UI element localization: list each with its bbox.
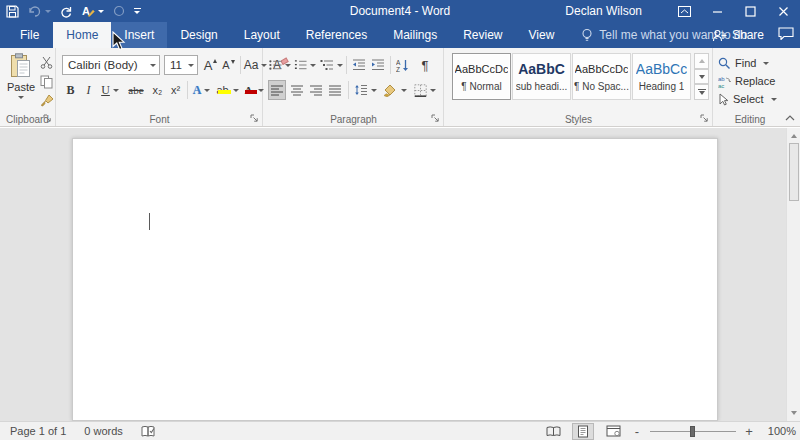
multilevel-list-button[interactable] (318, 55, 344, 75)
find-button[interactable]: Find (718, 55, 769, 71)
bullets-button[interactable] (268, 55, 292, 75)
text-cursor (149, 213, 150, 230)
font-color-bar (245, 90, 257, 94)
style-subheading[interactable]: AaBbC sub headi... (512, 53, 571, 100)
styles-scroll-down-button[interactable] (694, 69, 709, 85)
cut-button[interactable] (38, 54, 55, 71)
numbering-button[interactable] (293, 55, 317, 75)
bold-button[interactable]: B (63, 80, 78, 100)
ribbon-display-options-icon[interactable] (668, 0, 701, 22)
svg-text:Z: Z (396, 66, 400, 72)
find-icon (718, 57, 731, 70)
web-layout-button[interactable] (602, 423, 624, 440)
justify-button[interactable] (326, 80, 344, 100)
maximize-button[interactable] (734, 0, 767, 22)
comments-button[interactable] (778, 26, 794, 44)
line-spacing-button[interactable] (352, 80, 378, 100)
page-count[interactable]: Page 1 of 1 (10, 425, 66, 437)
mouse-cursor (111, 31, 126, 56)
shading-button[interactable] (382, 80, 408, 100)
ribbon: Paste Clipboard Calibri (Body) 11 A A Aa… (0, 48, 800, 127)
title-bar: A Document4 - Word Declan Wilson (0, 0, 800, 22)
tab-review[interactable]: Review (450, 22, 515, 48)
strikethrough-button[interactable]: abe (124, 80, 148, 100)
decrease-indent-button[interactable] (349, 55, 368, 75)
line-spacing-icon (354, 84, 368, 96)
text-highlight-button[interactable]: ab (214, 80, 240, 100)
paragraph-dialog-launcher[interactable] (430, 113, 441, 124)
style-no-spacing[interactable]: AaBbCcDc ¶ No Spac... (572, 53, 631, 100)
tab-home[interactable]: Home (53, 22, 111, 48)
comment-icon (778, 27, 794, 40)
close-button[interactable] (767, 0, 800, 22)
styles-gallery-more-button[interactable] (694, 84, 709, 100)
collapse-ribbon-button[interactable] (783, 111, 797, 123)
format-painter-icon (40, 94, 54, 107)
font-size-value: 11 (170, 59, 182, 71)
replace-button[interactable]: abac Replace (718, 73, 775, 89)
zoom-in-button[interactable]: + (744, 424, 754, 439)
align-left-button[interactable] (268, 80, 286, 100)
font-color-button[interactable]: A (241, 80, 265, 100)
sort-button[interactable]: AZ (393, 55, 413, 75)
style-heading-1[interactable]: AaBbCc Heading 1 (632, 53, 691, 100)
zoom-out-button[interactable]: - (632, 424, 642, 439)
tab-references[interactable]: References (293, 22, 380, 48)
replace-label: Replace (735, 75, 775, 87)
account-name[interactable]: Declan Wilson (565, 0, 642, 22)
word-count[interactable]: 0 words (84, 425, 123, 437)
align-left-icon (271, 85, 284, 96)
borders-button[interactable] (411, 80, 439, 100)
font-name-combo[interactable]: Calibri (Body) (62, 55, 160, 75)
decrease-indent-icon (352, 59, 366, 71)
style-normal[interactable]: AaBbCcDc ¶ Normal (452, 53, 511, 100)
scrollbar-thumb[interactable] (789, 143, 799, 201)
tab-design[interactable]: Design (167, 22, 230, 48)
bullets-icon (269, 59, 282, 71)
minimize-button[interactable] (701, 0, 734, 22)
styles-dialog-launcher[interactable] (699, 113, 710, 124)
print-layout-button[interactable] (572, 423, 594, 440)
document-area (0, 128, 786, 421)
scroll-down-arrow[interactable] (787, 406, 800, 420)
tab-view[interactable]: View (516, 22, 568, 48)
group-editing: Find abac Replace Select Editing (714, 48, 786, 126)
superscript-button[interactable]: x² (167, 80, 184, 100)
font-dialog-launcher[interactable] (249, 113, 260, 124)
tab-file[interactable]: File (6, 22, 53, 48)
share-button[interactable]: Share (712, 28, 764, 42)
vertical-scrollbar[interactable] (786, 128, 800, 421)
subscript-button[interactable]: x₂ (149, 80, 166, 100)
text-effects-button[interactable]: A (190, 80, 213, 100)
align-right-button[interactable] (307, 80, 325, 100)
format-painter-button[interactable] (38, 92, 55, 109)
font-size-combo[interactable]: 11 (164, 55, 198, 75)
increase-indent-button[interactable] (368, 55, 387, 75)
multilevel-list-icon (320, 59, 334, 71)
tab-layout[interactable]: Layout (231, 22, 293, 48)
italic-button[interactable]: I (81, 80, 96, 100)
zoom-slider[interactable] (650, 423, 736, 440)
styles-scroll-up-button[interactable] (694, 53, 709, 69)
align-center-button[interactable] (288, 80, 306, 100)
proofing-status-icon[interactable] (141, 425, 156, 438)
show-hide-pilcrow-button[interactable]: ¶ (415, 55, 435, 75)
paragraph-group-label: Paragraph (264, 114, 443, 125)
tab-mailings[interactable]: Mailings (380, 22, 450, 48)
grow-font-button[interactable]: A (202, 55, 219, 75)
paste-button[interactable]: Paste (4, 52, 38, 118)
zoom-level[interactable]: 100% (762, 425, 796, 437)
document-page[interactable] (72, 138, 718, 421)
scroll-up-arrow[interactable] (787, 129, 800, 143)
copy-button[interactable] (38, 73, 55, 90)
read-mode-button[interactable] (542, 423, 564, 440)
zoom-slider-handle[interactable] (690, 426, 695, 437)
share-person-icon (712, 29, 727, 42)
select-button[interactable]: Select (718, 91, 777, 107)
shrink-font-button[interactable]: A (220, 55, 237, 75)
group-clipboard: Paste Clipboard (0, 48, 56, 126)
lightbulb-icon (581, 28, 593, 43)
underline-button[interactable]: U (98, 80, 122, 100)
clipboard-dialog-launcher[interactable] (42, 113, 53, 124)
select-icon (718, 93, 729, 106)
